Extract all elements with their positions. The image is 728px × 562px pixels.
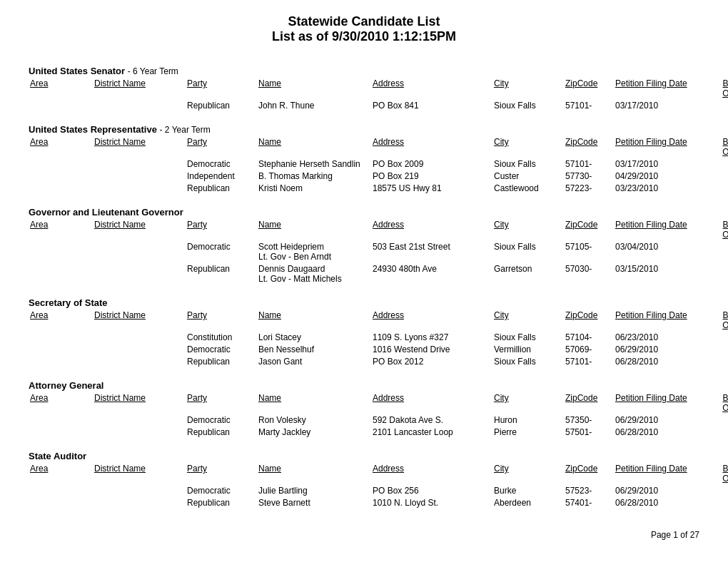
cell-ballot-order: 3: [714, 485, 728, 496]
cell-name: Dennis DaugaardLt. Gov - Matt Michels: [257, 263, 371, 285]
section-secretary-of-state: Secretary of StateAreaDistrict NameParty…: [29, 297, 699, 367]
col-header-city: City: [492, 463, 564, 484]
col-headers-governor: AreaDistrict NamePartyNameAddressCityZip…: [29, 219, 699, 240]
data-row: DemocraticScott HeidepriemLt. Gov - Ben …: [29, 241, 699, 262]
col-header-zipCode: ZipCode: [564, 78, 614, 99]
col-header-area: Area: [29, 392, 93, 414]
cell-zip: 57105-: [564, 241, 614, 262]
cell-filing-date: 03/04/2010: [614, 241, 714, 262]
cell-district: [93, 414, 186, 426]
col-header-name: Name: [257, 310, 371, 331]
col-header-zipCode: ZipCode: [564, 136, 614, 158]
cell-name: Marty Jackley: [257, 426, 371, 438]
cell-ballot-order: 2: [714, 356, 728, 367]
cell-city: Burke: [492, 485, 564, 496]
col-header-party: Party: [186, 219, 257, 240]
cell-city: Sioux Falls: [492, 241, 564, 262]
col-header-zipCode: ZipCode: [564, 219, 614, 240]
col-header-city: City: [492, 136, 564, 158]
cell-area: [29, 497, 93, 509]
cell-zip: 57104-: [564, 332, 614, 343]
cell-zip: 57030-: [564, 263, 614, 285]
cell-name: Ben Nesselhuf: [257, 344, 371, 355]
cell-ballot-order: 3: [714, 241, 728, 262]
data-row: RepublicanDennis DaugaardLt. Gov - Matt …: [29, 263, 699, 285]
cell-name: John R. Thune: [257, 100, 371, 111]
cell-address: PO Box 2012: [371, 356, 492, 367]
cell-area: [29, 344, 93, 355]
cell-filing-date: 03/17/2010: [614, 158, 714, 170]
section-title-secretary-of-state: Secretary of State: [29, 297, 699, 308]
data-row: RepublicanMarty Jackley2101 Lancaster Lo…: [29, 426, 699, 438]
cell-area: [29, 426, 93, 438]
cell-ballot-order: 2: [714, 497, 728, 509]
col-header-zipCode: ZipCode: [564, 392, 614, 414]
col-header-area: Area: [29, 463, 93, 484]
cell-city: Castlewood: [492, 183, 564, 194]
col-header-districtName: District Name: [93, 463, 186, 484]
cell-party: Republican: [186, 100, 257, 111]
cell-area: [29, 170, 93, 182]
col-header-ballotOrder: BallotOrder: [714, 136, 728, 158]
col-header-ballotOrder: BallotOrder: [714, 392, 728, 414]
cell-ballot-order: 2: [714, 426, 728, 438]
section-title-governor: Governor and Lieutenant Governor: [29, 207, 699, 218]
cell-name: Lori Stacey: [257, 332, 371, 343]
cell-area: [29, 414, 93, 426]
cell-district: [93, 183, 186, 194]
cell-city: Huron: [492, 414, 564, 426]
col-header-petitionFilingDate: Petition Filing Date: [614, 78, 714, 99]
cell-area: [29, 263, 93, 285]
cell-ballot-order: 1: [714, 332, 728, 343]
data-row: DemocraticJulie BartlingPO Box 256Burke5…: [29, 485, 699, 496]
cell-filing-date: 06/29/2010: [614, 485, 714, 496]
col-header-party: Party: [186, 78, 257, 99]
cell-district: [93, 344, 186, 355]
col-header-districtName: District Name: [93, 78, 186, 99]
section-title-attorney-general: Attorney General: [29, 380, 699, 391]
col-header-districtName: District Name: [93, 310, 186, 331]
col-header-city: City: [492, 392, 564, 414]
cell-address: PO Box 256: [371, 485, 492, 496]
cell-district: [93, 263, 186, 285]
col-header-area: Area: [29, 136, 93, 158]
cell-name: Steve Barnett: [257, 497, 371, 509]
col-header-petitionFilingDate: Petition Filing Date: [614, 463, 714, 484]
cell-party: Independent: [186, 170, 257, 182]
cell-name: Ron Volesky: [257, 414, 371, 426]
cell-ballot-order: 3: [714, 414, 728, 426]
data-row: IndependentB. Thomas MarkingPO Box 219Cu…: [29, 170, 699, 182]
page-header: Statewide Candidate List List as of 9/30…: [29, 14, 699, 44]
col-header-name: Name: [257, 78, 371, 99]
cell-zip: 57101-: [564, 356, 614, 367]
cell-filing-date: 06/23/2010: [614, 332, 714, 343]
col-header-districtName: District Name: [93, 136, 186, 158]
cell-area: [29, 485, 93, 496]
section-state-auditor: State AuditorAreaDistrict NamePartyNameA…: [29, 451, 699, 509]
cell-district: [93, 241, 186, 262]
cell-address: 503 East 21st Street: [371, 241, 492, 262]
cell-filing-date: 06/29/2010: [614, 414, 714, 426]
cell-party: Republican: [186, 497, 257, 509]
col-header-area: Area: [29, 219, 93, 240]
cell-ballot-order: 4: [714, 170, 728, 182]
col-header-ballotOrder: BallotOrder: [714, 463, 728, 484]
data-row: RepublicanJohn R. ThunePO Box 841Sioux F…: [29, 100, 699, 111]
cell-address: PO Box 841: [371, 100, 492, 111]
cell-filing-date: 03/17/2010: [614, 100, 714, 111]
col-header-ballotOrder: BallotOrder: [714, 78, 728, 99]
cell-district: [93, 497, 186, 509]
cell-ballot-order: 3: [714, 158, 728, 170]
col-header-ballotOrder: BallotOrder: [714, 219, 728, 240]
cell-district: [93, 158, 186, 170]
cell-city: Sioux Falls: [492, 332, 564, 343]
col-header-name: Name: [257, 463, 371, 484]
cell-address: PO Box 219: [371, 170, 492, 182]
col-header-name: Name: [257, 219, 371, 240]
col-header-party: Party: [186, 463, 257, 484]
section-attorney-general: Attorney GeneralAreaDistrict NamePartyNa…: [29, 380, 699, 438]
cell-city: Pierre: [492, 426, 564, 438]
col-header-petitionFilingDate: Petition Filing Date: [614, 392, 714, 414]
col-header-area: Area: [29, 310, 93, 331]
col-headers-us-representative: AreaDistrict NamePartyNameAddressCityZip…: [29, 136, 699, 158]
